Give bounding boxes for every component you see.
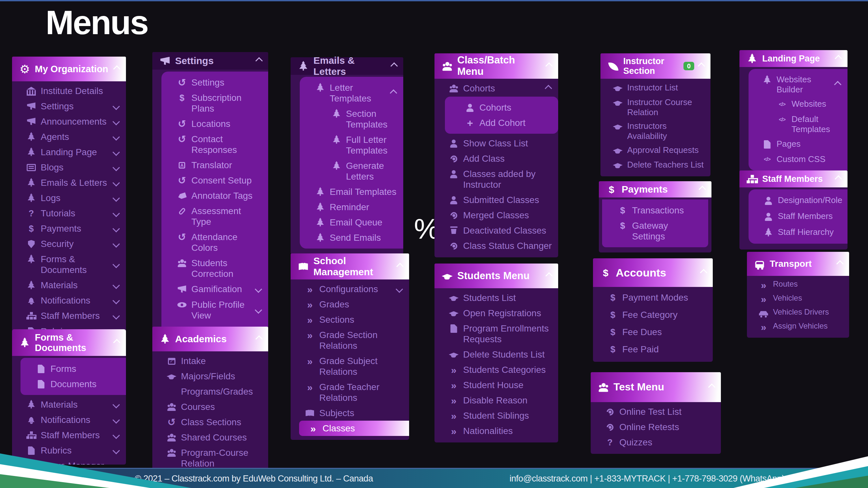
menu-item-consent-setup[interactable]: Consent Setup bbox=[161, 173, 268, 188]
menu-item-delete-students-list[interactable]: Delete Students List bbox=[434, 347, 558, 362]
menu-item-add-cohort[interactable]: Add Cohort bbox=[445, 115, 558, 130]
menu-item-agents[interactable]: Agents bbox=[12, 129, 126, 144]
menu-header-class-batch[interactable]: Class/Batch Menu bbox=[434, 53, 558, 79]
menu-item-configurations[interactable]: Configurations bbox=[291, 282, 409, 297]
menu-item-quizzes[interactable]: Quizzes bbox=[591, 435, 721, 450]
menu-item-merged-classes[interactable]: Merged Classes bbox=[434, 207, 558, 223]
menu-item-payments[interactable]: Payments bbox=[12, 221, 126, 236]
menu-header-staff-members[interactable]: Staff Members bbox=[739, 170, 847, 187]
menu-header-students-menu[interactable]: Students Menu bbox=[434, 263, 558, 288]
menu-item-student-siblings[interactable]: Student Siblings bbox=[434, 408, 558, 423]
menu-item-online-test-list[interactable]: Online Test List bbox=[591, 404, 721, 419]
menu-item-majors-fields[interactable]: Majors/Fields bbox=[152, 368, 268, 384]
menu-item-emails-letters[interactable]: Emails & Letters bbox=[12, 175, 126, 190]
menu-item-security[interactable]: Security bbox=[12, 236, 126, 252]
menu-header-school-management[interactable]: School Management bbox=[291, 254, 409, 280]
menu-item-class-status-changer[interactable]: Class Status Changer bbox=[434, 238, 558, 254]
menu-item-transactions[interactable]: Transactions bbox=[602, 203, 708, 218]
menu-header-forms-documents[interactable]: Forms & Documents bbox=[12, 329, 126, 356]
menu-item-materials[interactable]: Materials bbox=[12, 397, 126, 412]
menu-item-nationalities[interactable]: Nationalities bbox=[434, 423, 558, 438]
menu-item-staff-members[interactable]: Staff Members bbox=[12, 427, 126, 443]
menu-item-settings[interactable]: Settings bbox=[12, 99, 126, 114]
menu-header-emails-letters[interactable]: Emails & Letters bbox=[291, 57, 403, 75]
menu-item-courses[interactable]: Courses bbox=[152, 399, 268, 415]
menu-item-institute-details[interactable]: Institute Details bbox=[12, 83, 126, 99]
menu-item-classes-added-by-instructor[interactable]: Classes added by Instructor bbox=[434, 166, 558, 192]
menu-item-grade-teacher-relations[interactable]: Grade Teacher Relations bbox=[291, 379, 409, 405]
menu-item-blogs[interactable]: Blogs bbox=[12, 160, 126, 175]
menu-item-staff-members[interactable]: Staff Members bbox=[12, 308, 126, 323]
menu-item-program-enrollments-requests[interactable]: Program Enrollments Requests bbox=[434, 321, 558, 347]
menu-item-email-queue[interactable]: Email Queue bbox=[300, 215, 403, 230]
menu-item-shared-courses[interactable]: Shared Courses bbox=[152, 430, 268, 445]
menu-item-programs-grades[interactable]: Programs/Grades bbox=[152, 384, 268, 399]
menu-header-test-menu[interactable]: Test Menu bbox=[591, 372, 721, 402]
menu-item-documents[interactable]: Documents bbox=[21, 377, 126, 392]
menu-item-deactivated-classes[interactable]: Deactivated Classes bbox=[434, 223, 558, 238]
menu-item-delete-teachers-list[interactable]: Delete Teachers List bbox=[600, 158, 711, 172]
menu-item-pages[interactable]: Pages bbox=[749, 137, 847, 152]
menu-item-instructor-list[interactable]: Instructor List bbox=[600, 81, 711, 95]
menu-item-add-class[interactable]: Add Class bbox=[434, 151, 558, 166]
menu-item-vehicles-drivers[interactable]: Vehicles Drivers bbox=[747, 306, 849, 320]
menu-item-staff-members[interactable]: Staff Members bbox=[749, 208, 847, 225]
menu-item-fee-dues[interactable]: Fee Dues bbox=[593, 323, 713, 340]
menu-item-gateway-settings[interactable]: Gateway Settings bbox=[602, 218, 708, 244]
menu-item-rubrics[interactable]: Rubrics bbox=[12, 443, 126, 458]
menu-item-leave-manager-0[interactable]: Leave Manager 0 bbox=[12, 458, 126, 464]
menu-header-settings[interactable]: Settings bbox=[152, 52, 268, 70]
menu-item-materials[interactable]: Materials bbox=[12, 278, 126, 293]
menu-header-transport[interactable]: Transport bbox=[747, 252, 849, 276]
menu-item-annotator-tags[interactable]: Annotator Tags bbox=[161, 188, 268, 203]
menu-item-attendance-colors[interactable]: Attendance Colors bbox=[161, 229, 268, 255]
menu-item-notifications[interactable]: Notifications bbox=[12, 412, 126, 427]
menu-item-disable-reason[interactable]: Disable Reason bbox=[434, 393, 558, 408]
menu-item-letter-templates[interactable]: Letter Templates bbox=[300, 80, 403, 106]
menu-header-academics[interactable]: Academics bbox=[152, 327, 268, 351]
footer-contact[interactable]: info@classtrack.com | +1-833-MYTRACK | +… bbox=[510, 474, 785, 483]
menu-item-assessment-type[interactable]: Assessment Type bbox=[161, 203, 268, 229]
menu-item-forms-documents[interactable]: Forms & Documents bbox=[12, 252, 126, 278]
menu-item-logs[interactable]: Logs bbox=[12, 190, 126, 206]
menu-item-assign-vehicles[interactable]: Assign Vehicles bbox=[747, 320, 849, 334]
menu-item-section-templates[interactable]: Section Templates bbox=[300, 106, 403, 132]
menu-item-sections[interactable]: Sections bbox=[291, 312, 409, 327]
menu-item-instructor-course-relation[interactable]: Instructor Course Relation bbox=[600, 95, 711, 119]
menu-item-websites-builder[interactable]: Websites Builder bbox=[749, 72, 847, 97]
menu-item-contact-responses[interactable]: Contact Responses bbox=[161, 131, 268, 158]
menu-item-program-course-relation[interactable]: Program-Course Relation bbox=[152, 445, 268, 471]
menu-item-payment-modes[interactable]: Payment Modes bbox=[593, 289, 713, 306]
menu-item-open-registrations[interactable]: Open Registrations bbox=[434, 305, 558, 321]
menu-item-students-categories[interactable]: Students Categories bbox=[434, 362, 558, 378]
menu-item-routes[interactable]: Routes bbox=[747, 278, 849, 292]
menu-item-classes[interactable]: Classes bbox=[299, 421, 409, 436]
menu-header-instructor-section[interactable]: Instructor Section0 bbox=[600, 53, 711, 79]
menu-header-landing-page[interactable]: Landing Page bbox=[739, 50, 847, 67]
menu-item-subscription-plans[interactable]: Subscription Plans bbox=[161, 90, 268, 116]
menu-item-cohorts[interactable]: Cohorts bbox=[434, 81, 558, 96]
menu-header-accounts[interactable]: Accounts bbox=[593, 258, 713, 287]
menu-item-reminder[interactable]: Reminder bbox=[300, 199, 403, 215]
menu-item-online-retests[interactable]: Online Retests bbox=[591, 419, 721, 435]
menu-item-subjects[interactable]: Subjects bbox=[291, 405, 409, 421]
menu-item-vehicles[interactable]: Vehicles bbox=[747, 292, 849, 306]
menu-item-intake[interactable]: Intake bbox=[152, 353, 268, 368]
menu-item-designation-role[interactable]: Designation/Role bbox=[749, 193, 847, 208]
menu-item-websites[interactable]: Websites bbox=[749, 97, 847, 112]
menu-item-fee-category[interactable]: Fee Category bbox=[593, 306, 713, 323]
menu-item-announcements[interactable]: Announcements bbox=[12, 114, 126, 129]
menu-item-generate-letters[interactable]: Generate Letters bbox=[300, 158, 403, 184]
menu-item-forms[interactable]: Forms bbox=[21, 361, 126, 377]
menu-item-public-profile-view[interactable]: Public Profile View bbox=[161, 297, 268, 323]
menu-item-tutorials[interactable]: Tutorials bbox=[12, 206, 126, 221]
menu-item-default-templates[interactable]: Default Templates bbox=[749, 112, 847, 136]
menu-item-approval-requests[interactable]: Approval Requests bbox=[600, 143, 711, 158]
menu-item-landing-page[interactable]: Landing Page bbox=[12, 144, 126, 160]
menu-item-locations[interactable]: Locations bbox=[161, 116, 268, 131]
menu-item-student-house[interactable]: Student House bbox=[434, 378, 558, 393]
menu-item-full-letter-templates[interactable]: Full Letter Templates bbox=[300, 132, 403, 158]
menu-item-notifications[interactable]: Notifications bbox=[12, 293, 126, 308]
menu-item-email-templates[interactable]: Email Templates bbox=[300, 184, 403, 199]
menu-header-my-organization[interactable]: My Organization bbox=[12, 57, 126, 82]
